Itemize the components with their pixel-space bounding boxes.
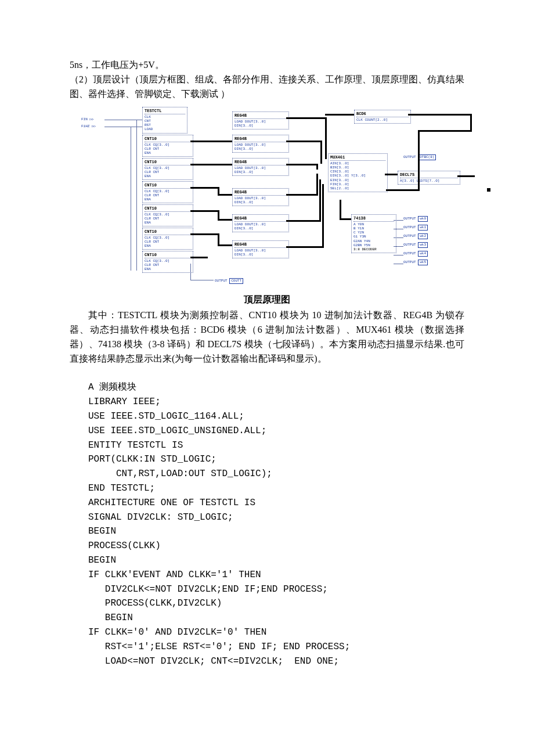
output-wk0: OUTPUT wk0 [403,216,428,221]
input-f1hz: F1HZ ▷▷ [81,124,96,128]
block-cnt10-2: CNT10 CLK CQ[3..0] CLR CNT ENA [142,158,193,180]
block-testctl: TESTCTL CLK CNT RST LOAD [142,107,187,133]
code-line: USE IEEE.STD_LOGIC_1164.ALL; [88,411,244,422]
input-fin: FIN ▷▷ [81,117,94,121]
code-line: BEGIN [88,555,116,566]
output-wk2: OUTPUT wk2 [403,233,428,239]
code-line: RST<='1';ELSE RST<='0'; END IF; END PROC… [88,642,350,652]
description-p1: 其中：TESTCTL 模块为测频控制器、CNT10 模块为 10 进制加法计数器… [70,308,464,366]
block-mux461: MUX461 AIN[3..0] BIN[3..0] CIN[3..0] DIN… [328,153,388,192]
block-cnt10-6: CNT10 CLK CQ[3..0] CLR CNT ENA [142,251,193,273]
code-line: LOAD<=NOT DIV2CLK; CNT<=DIV2CLK; END ONE… [88,656,339,667]
block-reg4b-4: REG4B LOAD DOUT[3..0] DIN[3..0] [232,188,289,206]
output-wk4: OUTPUT wk4 [403,251,428,256]
block-cnt10-5: CNT10 CLK CQ[3..0] CLR CNT ENA [142,228,193,250]
block-bcd6: BCD6 CLK COUNT[2..0] [354,110,411,124]
block-reg4b-1: REG4B LOAD DOUT[3..0] DIN[3..0] [232,111,289,129]
output-coutt: OUTPUT COUTT [215,278,243,283]
diagram-title: 顶层原理图 [70,294,464,306]
code-line: BEGIN [88,613,133,623]
code-line: IF CLKK'EVENT AND CLKK='1' THEN [88,570,261,580]
code-block: A 测频模块 LIBRARY IEEE; USE IEEE.STD_LOGIC_… [88,366,464,683]
output-dtbc: OUTPUT DTBC(8) [403,154,436,160]
code-line: END TESTCTL; [88,483,155,494]
header-line-2: （2）顶层设计（顶层方框图、组成、各部分作用、连接关系、工作原理、顶层原理图、仿… [70,73,464,102]
code-line: BEGIN [88,526,116,537]
block-cnt10-4: CNT10 CLK CQ[3..0] CLR CNT ENA [142,204,193,226]
block-reg4b-2: REG4B LOAD DOUT[3..0] DIN[3..0] [232,135,289,153]
block-decl7s: DECL7S A[3..0] LED7S[7..0] [398,171,460,185]
page-dot [487,188,490,192]
code-line: IF CLKK='0' AND DIV2CLK='0' THEN [88,627,266,638]
code-heading: A 测频模块 [88,382,136,393]
block-reg4b-3: REG4B LOAD DOUT[3..0] DIN[3..0] [232,158,289,176]
header-line-1: 5ns，工作电压为+5V。 [70,58,464,73]
code-line: PORT(CLKK:IN STD_LOGIC; [88,454,217,465]
block-reg4b-5: REG4B LOAD DOUT[3..0] DIN[3..0] [232,214,289,232]
output-wk1: OUTPUT wk1 [403,225,428,230]
code-line: PROCESS(CLKK,DIV2CLK) [88,598,222,609]
block-74138: 74138 A Y0N B Y1N C Y2N G1 Y3N G2AN Y4N … [351,214,396,253]
code-line: ENTITY TESTCTL IS [88,440,183,451]
code-line: LIBRARY IEEE; [88,397,161,407]
top-level-diagram: FIN ▷▷ F1HZ ▷▷ TESTCTL CLK CNT RST LOAD … [81,107,476,287]
code-line: CNT,RST,LOAD:OUT STD_LOGIC); [88,469,272,479]
code-line: SIGNAL DIV2CLK: STD_LOGIC; [88,512,233,523]
code-line: USE IEEE.STD_LOGIC_UNSIGNED.ALL; [88,426,266,436]
block-reg4b-6: REG4B LOAD DOUT[3..0] DIN[3..0] [232,240,289,258]
output-wk3: OUTPUT wk3 [403,242,428,247]
block-cnt10-3: CNT10 CLK CQ[3..0] CLR CNT ENA [142,181,193,203]
code-line: ARCHITECTURE ONE OF TESTCTL IS [88,498,255,508]
code-line: DIV2CLK<=NOT DIV2CLK;END IF;END PROCESS; [88,584,328,595]
block-cnt10-1: CNT10 CLK CQ[3..0] CLR CNT ENA [142,135,193,157]
code-line: PROCESS(CLKK) [88,541,161,551]
output-wk5: OUTPUT wk5 [403,260,428,265]
